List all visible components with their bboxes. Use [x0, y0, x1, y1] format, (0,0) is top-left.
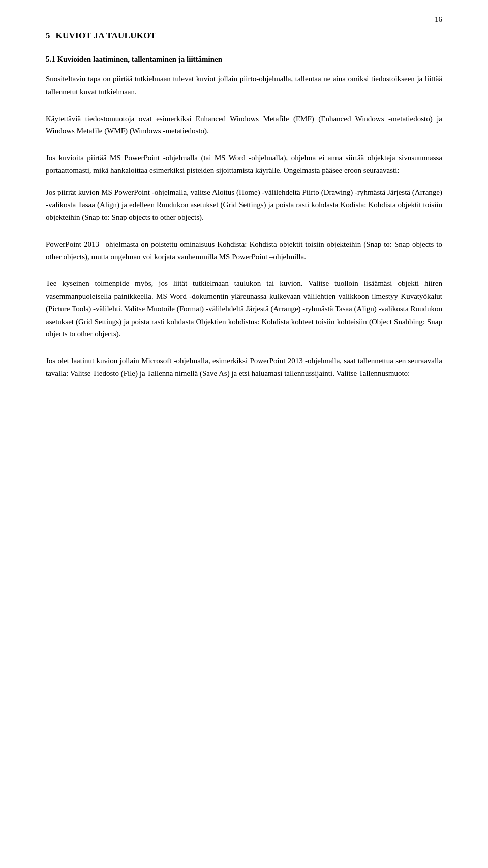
- paragraph-7: Jos olet laatinut kuvion jollain Microso…: [46, 355, 442, 380]
- page-number: 16: [435, 15, 442, 24]
- subsection-number: 5.1: [46, 55, 57, 63]
- paragraph-5: PowerPoint 2013 –ohjelmasta on poistettu…: [46, 238, 442, 264]
- paragraph-6: Tee kyseinen toimenpide myös, jos liität…: [46, 277, 442, 340]
- subsection-heading: 5.1 Kuvioiden laatiminen, tallentaminen …: [46, 55, 442, 64]
- paragraph-3: Jos kuvioita piirtää MS PowerPoint -ohje…: [46, 152, 442, 177]
- paragraph-4: Jos piirrät kuvion MS PowerPoint -ohjelm…: [46, 186, 442, 224]
- section-number: 5: [46, 31, 50, 40]
- paragraph-1: Suositeltavin tapa on piirtää tutkielmaa…: [46, 73, 442, 98]
- paragraph-2: Käytettäviä tiedostomuotoja ovat esimerk…: [46, 112, 442, 138]
- section-title: KUVIOT JA TAULUKOT: [55, 31, 156, 40]
- section-heading: 5 KUVIOT JA TAULUKOT: [46, 31, 442, 41]
- subsection-title: Kuvioiden laatiminen, tallentaminen ja l…: [57, 55, 223, 63]
- page: 16 5 KUVIOT JA TAULUKOT 5.1 Kuvioiden la…: [0, 0, 488, 868]
